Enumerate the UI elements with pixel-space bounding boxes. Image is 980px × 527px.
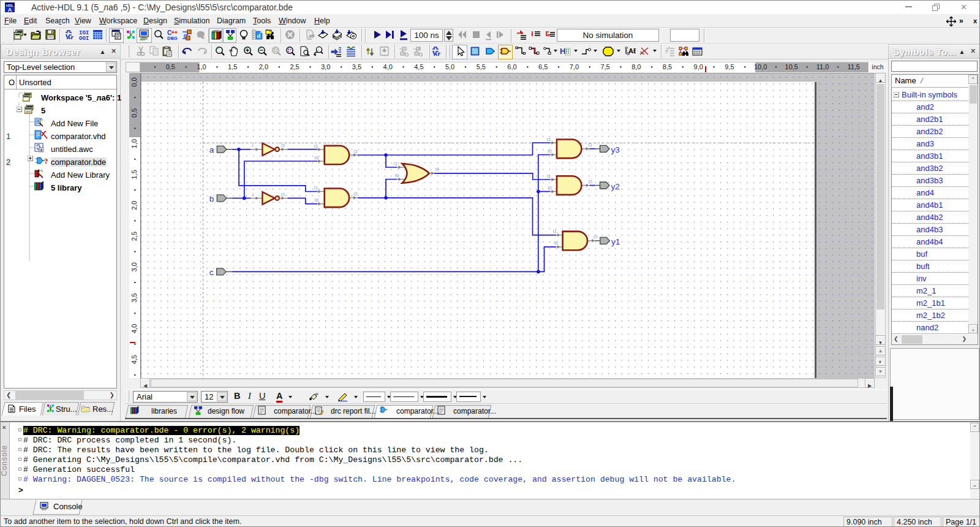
svg-text:O: O xyxy=(281,192,285,197)
svg-text:2,5: 2,5 xyxy=(130,232,138,241)
svg-text:0,0: 0,0 xyxy=(130,77,138,86)
svg-text:A: A xyxy=(8,7,12,13)
svg-text:1,0: 1,0 xyxy=(130,139,138,148)
svg-text:a: a xyxy=(209,145,214,154)
svg-text:8,0: 8,0 xyxy=(631,63,641,70)
svg-text:I1: I1 xyxy=(394,161,398,167)
svg-text:I1: I1 xyxy=(314,143,318,149)
svg-text:I0: I0 xyxy=(548,148,552,154)
svg-text:O: O xyxy=(594,234,597,240)
svg-text:O: O xyxy=(354,149,358,154)
svg-text:I0: I0 xyxy=(548,185,552,191)
svg-text:5,5: 5,5 xyxy=(477,63,486,70)
svg-text:7,5: 7,5 xyxy=(600,63,609,70)
svg-text:2,5: 2,5 xyxy=(290,63,299,70)
svg-text:4,5: 4,5 xyxy=(130,355,138,364)
svg-text:O: O xyxy=(354,191,358,197)
svg-text:1,5: 1,5 xyxy=(130,170,138,179)
svg-text:I1: I1 xyxy=(553,229,557,234)
svg-text:11,0: 11,0 xyxy=(816,63,829,70)
svg-text:9,5: 9,5 xyxy=(725,63,734,70)
svg-text:AB: AB xyxy=(628,47,636,55)
svg-text:I0: I0 xyxy=(315,197,319,203)
svg-text:1,0: 1,0 xyxy=(197,63,206,70)
svg-text:I0: I0 xyxy=(315,155,319,161)
svg-text:2,0: 2,0 xyxy=(130,201,138,210)
svg-text:y2: y2 xyxy=(611,182,620,191)
svg-text:6,5: 6,5 xyxy=(538,63,548,70)
svg-text:10,5: 10,5 xyxy=(785,63,798,70)
svg-text:3,0: 3,0 xyxy=(321,63,330,70)
svg-text:4,0: 4,0 xyxy=(130,324,138,333)
svg-text:b: b xyxy=(209,194,214,203)
svg-text:O: O xyxy=(435,167,439,172)
svg-text:I0: I0 xyxy=(395,173,399,178)
svg-text:O: O xyxy=(589,179,592,184)
svg-text:0,5: 0,5 xyxy=(166,63,175,70)
svg-text:I: I xyxy=(252,143,254,148)
svg-text:6,0: 6,0 xyxy=(507,63,516,70)
svg-text:4,5: 4,5 xyxy=(414,63,423,70)
svg-text:4,0: 4,0 xyxy=(383,63,393,70)
svg-text:I1: I1 xyxy=(547,137,551,142)
svg-text:H: H xyxy=(560,47,565,56)
svg-text:7,0: 7,0 xyxy=(570,63,579,70)
svg-text:3,5: 3,5 xyxy=(130,293,138,302)
svg-text:3,0: 3,0 xyxy=(130,262,138,271)
svg-text:OOI: OOI xyxy=(79,36,89,41)
svg-text:inch: inch xyxy=(872,63,883,70)
svg-text:5,0: 5,0 xyxy=(445,63,454,70)
svg-text:c: c xyxy=(209,268,214,277)
svg-text:2,0: 2,0 xyxy=(259,63,268,70)
svg-text:y3: y3 xyxy=(611,145,620,154)
svg-text:10,0: 10,0 xyxy=(754,63,767,70)
svg-text:DBG: DBG xyxy=(167,36,178,40)
svg-text:9,0: 9,0 xyxy=(694,63,703,70)
svg-text:O: O xyxy=(589,142,592,148)
svg-text:y1: y1 xyxy=(611,237,620,246)
svg-text:I0: I0 xyxy=(554,240,559,246)
svg-text:8,5: 8,5 xyxy=(663,63,672,70)
svg-text:I1: I1 xyxy=(547,173,551,179)
svg-text:3,5: 3,5 xyxy=(352,63,361,70)
svg-text:?: ? xyxy=(44,156,48,165)
svg-text:11,5: 11,5 xyxy=(847,63,860,70)
svg-text:I1: I1 xyxy=(314,185,318,191)
svg-text:a: a xyxy=(40,148,43,152)
svg-text:1,5: 1,5 xyxy=(228,63,237,70)
svg-text:O: O xyxy=(281,143,285,148)
svg-text:++: ++ xyxy=(172,29,178,36)
svg-text:0,5: 0,5 xyxy=(130,108,138,118)
svg-text:I: I xyxy=(252,192,254,197)
